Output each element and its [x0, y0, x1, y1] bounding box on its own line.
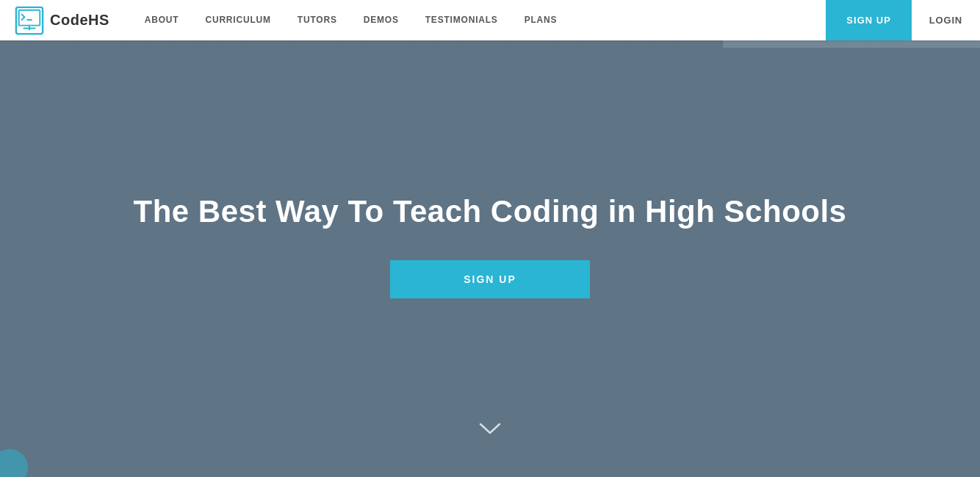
nav-link-about[interactable]: ABOUT [131, 0, 192, 40]
nav-link-curriculum[interactable]: CURRICULUM [192, 0, 284, 40]
hero-signup-button[interactable]: SIGN UP [390, 260, 590, 298]
hero-chevron-down[interactable] [479, 420, 501, 440]
navbar: CodeHS ABOUT CURRICULUM TUTORS DEMOS TES… [0, 0, 980, 40]
nav-login-button[interactable]: LOGIN [912, 0, 980, 40]
brand-logo-icon [15, 6, 44, 35]
nav-item-plans[interactable]: PLANS [511, 0, 571, 40]
brand-name: CodeHS [50, 12, 109, 29]
hero-title: The Best Way To Teach Coding in High Sch… [134, 193, 847, 230]
nav-item-curriculum[interactable]: CURRICULUM [192, 0, 284, 40]
hero-content: The Best Way To Teach Coding in High Sch… [134, 193, 847, 298]
nav-link-tutors[interactable]: TUTORS [284, 0, 350, 40]
brand-link[interactable]: CodeHS [0, 6, 124, 35]
hero-section: The Best Way To Teach Coding in High Sch… [0, 0, 980, 477]
nav-item-about[interactable]: ABOUT [131, 0, 192, 40]
nav-item-testimonials[interactable]: TESTIMONIALS [412, 0, 511, 40]
nav-link-testimonials[interactable]: TESTIMONIALS [412, 0, 511, 40]
svg-line-3 [22, 17, 25, 20]
svg-rect-1 [19, 10, 40, 25]
nav-item-demos[interactable]: DEMOS [350, 0, 412, 40]
nav-link-plans[interactable]: PLANS [511, 0, 571, 40]
nav-links: ABOUT CURRICULUM TUTORS DEMOS TESTIMONIA… [131, 0, 826, 40]
nav-link-demos[interactable]: DEMOS [350, 0, 412, 40]
nav-signup-button[interactable]: SIGN UP [826, 0, 911, 40]
navbar-actions: SIGN UP LOGIN [826, 0, 980, 40]
nav-item-tutors[interactable]: TUTORS [284, 0, 350, 40]
